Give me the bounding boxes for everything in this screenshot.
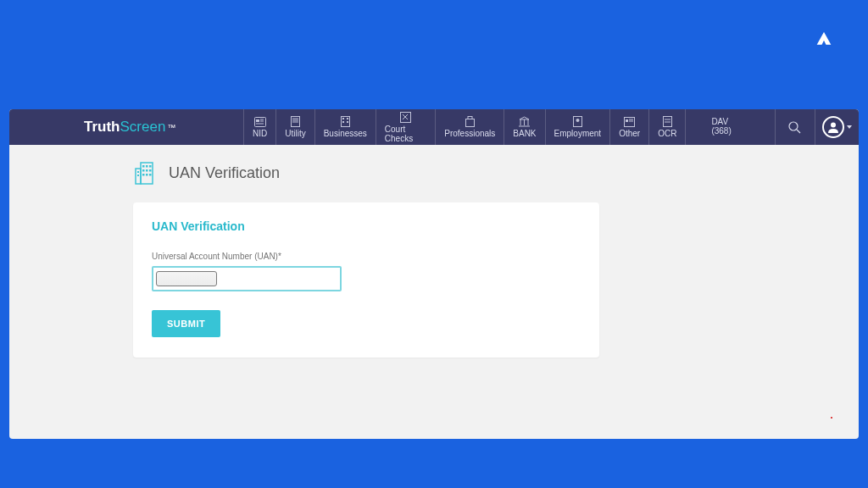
nav-item-nid[interactable]: NID: [243, 109, 275, 145]
nav-label: NID: [253, 129, 267, 138]
document-icon: [291, 116, 300, 127]
svg-rect-10: [342, 118, 344, 119]
svg-rect-39: [146, 169, 148, 172]
nav-item-bank[interactable]: BANK: [504, 109, 544, 145]
nav-item-businesses[interactable]: Businesses: [314, 109, 376, 145]
building-header-icon: [133, 160, 159, 186]
svg-rect-37: [149, 165, 152, 168]
nav-right: DAV (368): [686, 109, 859, 145]
nav-label: OCR: [658, 129, 676, 138]
content-area: UAN Verification UAN Verification Univer…: [9, 145, 859, 358]
nav-user-label[interactable]: DAV (368): [686, 109, 775, 145]
search-button[interactable]: [775, 109, 815, 145]
nav-label: BANK: [513, 129, 536, 138]
status-dot: [831, 417, 832, 419]
app-container: TruthScreen™ NID Utility Businesses Cour…: [9, 109, 859, 439]
svg-rect-36: [146, 165, 148, 168]
page-title: UAN Verification: [169, 164, 280, 182]
svg-point-32: [831, 123, 836, 128]
nav-item-employment[interactable]: Employment: [545, 109, 610, 145]
svg-point-30: [789, 122, 798, 130]
svg-line-31: [797, 130, 800, 133]
svg-rect-1: [256, 119, 259, 122]
corner-logo-icon: [815, 30, 832, 47]
employment-icon: [573, 116, 582, 127]
uan-field-label: Universal Account Number (UAN)*: [152, 252, 581, 261]
nav-label: Businesses: [324, 129, 367, 138]
briefcase-icon: [465, 116, 475, 127]
brand-part2: Screen: [120, 119, 166, 136]
nav-label: Utility: [285, 129, 305, 138]
svg-rect-40: [149, 169, 152, 172]
bank-icon: [519, 116, 530, 127]
nav-item-ocr[interactable]: OCR: [648, 109, 686, 145]
svg-rect-13: [347, 121, 348, 123]
nav-label: Employment: [554, 129, 602, 138]
form-title: UAN Verification: [152, 219, 581, 233]
ocr-icon: [663, 116, 672, 127]
nav-label: Professionals: [444, 129, 495, 138]
svg-rect-35: [142, 165, 145, 168]
gavel-icon: [400, 112, 411, 123]
nav-item-utility[interactable]: Utility: [275, 109, 314, 145]
nav-item-professionals[interactable]: Professionals: [435, 109, 504, 145]
nav-item-court-checks[interactable]: Court Checks: [376, 109, 435, 145]
svg-rect-12: [342, 121, 344, 123]
nav-label: Court Checks: [385, 125, 426, 143]
brand-part1: Truth: [84, 119, 120, 136]
svg-rect-16: [468, 117, 472, 119]
brand-logo[interactable]: TruthScreen™: [9, 119, 243, 136]
nav-item-other[interactable]: Other: [609, 109, 648, 145]
svg-rect-45: [137, 175, 139, 176]
search-icon: [788, 121, 801, 134]
svg-rect-38: [142, 169, 145, 172]
svg-rect-42: [146, 174, 148, 176]
svg-rect-15: [465, 119, 474, 127]
uan-input[interactable]: [152, 266, 342, 291]
svg-rect-44: [137, 171, 139, 173]
svg-rect-43: [149, 174, 152, 176]
nav-items: NID Utility Businesses Court Checks Prof…: [243, 109, 686, 145]
svg-rect-11: [347, 118, 348, 119]
user-menu[interactable]: [815, 109, 859, 145]
svg-point-22: [576, 119, 579, 122]
submit-button[interactable]: SUBMIT: [152, 310, 220, 337]
navbar: TruthScreen™ NID Utility Businesses Cour…: [9, 109, 859, 145]
svg-rect-41: [142, 174, 145, 176]
page-header: UAN Verification: [133, 160, 859, 186]
id-card-icon: [254, 117, 266, 127]
building-icon: [341, 116, 350, 127]
nav-label: Other: [619, 129, 640, 138]
svg-rect-24: [626, 119, 628, 122]
other-icon: [624, 117, 635, 127]
chevron-down-icon: [847, 125, 852, 129]
uan-input-inner[interactable]: [156, 271, 217, 286]
brand-tm: ™: [167, 123, 175, 132]
form-card: UAN Verification Universal Account Numbe…: [133, 202, 599, 358]
avatar-icon: [822, 116, 844, 138]
